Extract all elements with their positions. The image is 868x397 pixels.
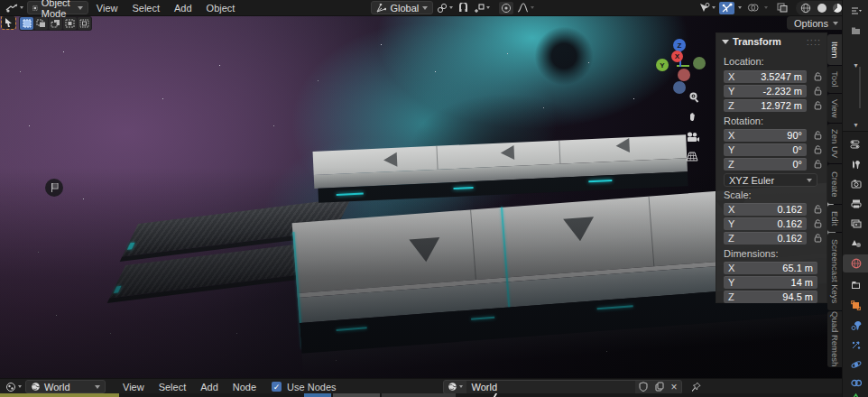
select-mode-new[interactable] — [20, 17, 33, 30]
shader-menu-view[interactable]: View — [116, 381, 151, 393]
camera-view-button[interactable] — [684, 129, 700, 145]
properties-tab-world-icon[interactable] — [843, 254, 868, 272]
location-y-field[interactable]: Y-2.232 m — [724, 85, 807, 97]
scale-x-field[interactable]: X0.162 — [724, 203, 807, 216]
lock-icon[interactable] — [814, 205, 822, 214]
properties-tab-object-icon[interactable] — [843, 296, 868, 314]
shader-menu-add[interactable]: Add — [194, 381, 225, 393]
outliner-expand-arrow[interactable]: ▾ — [843, 56, 868, 74]
xray-toggle[interactable] — [775, 2, 790, 14]
select-mode-extend[interactable] — [34, 17, 48, 30]
shader-menu-node[interactable]: Node — [226, 381, 263, 393]
show-gizmo-toggle[interactable] — [719, 2, 734, 14]
properties-tab-physics-icon[interactable] — [843, 355, 868, 374]
dimensions-y-field[interactable]: Y14 m — [724, 276, 817, 289]
use-nodes-checkbox[interactable]: ✓ — [272, 382, 282, 392]
menu-add[interactable]: Add — [168, 2, 199, 14]
lock-icon[interactable] — [814, 72, 822, 81]
snap-target-dropdown[interactable] — [472, 2, 492, 14]
shading-solid-button[interactable] — [816, 2, 828, 14]
pin-icon[interactable] — [689, 381, 703, 393]
zoom-button[interactable] — [686, 88, 702, 105]
menu-view[interactable]: View — [90, 2, 125, 14]
gizmo-x-ball[interactable]: X — [671, 51, 683, 62]
outliner-collection-icon[interactable] — [843, 22, 868, 40]
gizmo-z-ball[interactable]: Z — [673, 39, 686, 51]
new-datablock-button[interactable] — [651, 381, 668, 393]
tab-quad-remesh[interactable]: Quad Remesh — [827, 311, 842, 367]
properties-tab-scene-icon[interactable] — [843, 235, 868, 253]
gizmo-y-neg-ball[interactable] — [693, 57, 706, 69]
properties-editor-type-dropdown[interactable] — [843, 135, 868, 153]
properties-tab-tool-icon[interactable] — [843, 155, 868, 173]
lock-icon[interactable] — [814, 219, 822, 228]
snap-magnet-icon[interactable] — [457, 2, 470, 14]
show-overlays-toggle[interactable] — [745, 2, 761, 14]
properties-tab-data-icon[interactable] — [843, 388, 868, 397]
collapse-chevron-icon[interactable] — [722, 39, 729, 44]
world-name-field[interactable]: World — [466, 381, 635, 393]
location-x-field[interactable]: X3.5247 m — [724, 70, 807, 83]
browse-world-button[interactable] — [444, 381, 466, 393]
tab-create[interactable]: Create — [827, 164, 842, 204]
select-mode-intersect[interactable] — [78, 17, 91, 30]
dimensions-x-field[interactable]: X65.1 m — [724, 262, 817, 274]
shader-type-dropdown[interactable]: World — [25, 380, 106, 393]
tab-item[interactable]: Item — [827, 34, 842, 65]
tab-view[interactable]: View — [827, 94, 842, 123]
rotation-z-field[interactable]: Z0° — [724, 158, 807, 171]
overlays-dropdown[interactable] — [762, 2, 770, 14]
pivot-point-dropdown[interactable] — [435, 2, 455, 14]
pan-hand-button[interactable] — [685, 108, 701, 125]
options-dropdown[interactable]: Options — [787, 16, 845, 30]
shading-wireframe-button[interactable] — [799, 2, 813, 14]
lock-icon[interactable] — [814, 160, 822, 169]
gizmo-x-neg-ball[interactable] — [678, 69, 690, 81]
transform-orientation-dropdown[interactable]: Global — [371, 1, 433, 14]
unlink-button[interactable]: × — [668, 381, 681, 393]
axis-gizmo[interactable]: Z X Y — [645, 32, 717, 113]
lock-icon[interactable] — [814, 101, 822, 110]
properties-tab-viewlayer-icon[interactable] — [843, 215, 868, 233]
tab-tool[interactable]: Tool — [827, 66, 842, 93]
mode-dropdown[interactable]: Object Mode — [27, 1, 88, 14]
gizmo-y-ball[interactable]: Y — [656, 59, 669, 71]
select-mode-subtract[interactable] — [49, 17, 62, 30]
lock-icon[interactable] — [814, 87, 822, 96]
tab-screencast-keys[interactable]: Screencast Keys — [827, 233, 842, 310]
ortho-grid-button[interactable] — [684, 148, 700, 164]
properties-tab-render-icon[interactable] — [843, 175, 868, 193]
shader-menu-select[interactable]: Select — [152, 381, 193, 393]
object-visibility-dropdown[interactable] — [697, 2, 717, 14]
editor-type-button[interactable] — [4, 2, 25, 14]
gizmo-dropdown[interactable] — [736, 2, 743, 14]
fake-user-shield-button[interactable] — [635, 381, 651, 393]
properties-tab-particles-icon[interactable] — [843, 336, 868, 354]
location-z-field[interactable]: Z12.972 m — [724, 99, 807, 112]
rotation-mode-dropdown[interactable]: XYZ Euler — [724, 173, 817, 187]
lock-icon[interactable] — [814, 234, 822, 243]
dimensions-z-field[interactable]: Z94.5 m — [724, 291, 817, 303]
tab-edit[interactable]: Edit — [827, 205, 842, 232]
menu-select[interactable]: Select — [125, 2, 166, 14]
outliner-filter-dropdown[interactable] — [843, 2, 868, 20]
shader-editor-type-button[interactable] — [4, 381, 23, 393]
panel-drag-dots[interactable]: :::: — [807, 36, 821, 47]
gizmo-z-neg-ball[interactable] — [673, 81, 686, 94]
menu-object[interactable]: Object — [200, 2, 242, 14]
properties-tab-modifiers-icon[interactable] — [843, 316, 868, 334]
tab-zen-uv[interactable]: Zen UV — [827, 124, 842, 163]
select-mode-invert[interactable] — [63, 17, 77, 30]
proportional-falloff-dropdown[interactable] — [515, 2, 536, 14]
scale-z-field[interactable]: Z0.162 — [724, 232, 807, 245]
active-tool-tweak[interactable] — [2, 16, 15, 29]
lock-icon[interactable] — [814, 145, 822, 154]
properties-tab-output-icon[interactable] — [843, 195, 868, 213]
lock-icon[interactable] — [814, 131, 822, 140]
rotation-x-field[interactable]: X90° — [724, 129, 807, 142]
scale-y-field[interactable]: Y0.162 — [724, 217, 807, 230]
proportional-editing-icon[interactable] — [499, 2, 513, 14]
properties-tab-collection-icon[interactable] — [843, 276, 868, 294]
rotation-y-field[interactable]: Y0° — [724, 143, 807, 156]
outliner-scrollbar[interactable] — [859, 67, 861, 108]
